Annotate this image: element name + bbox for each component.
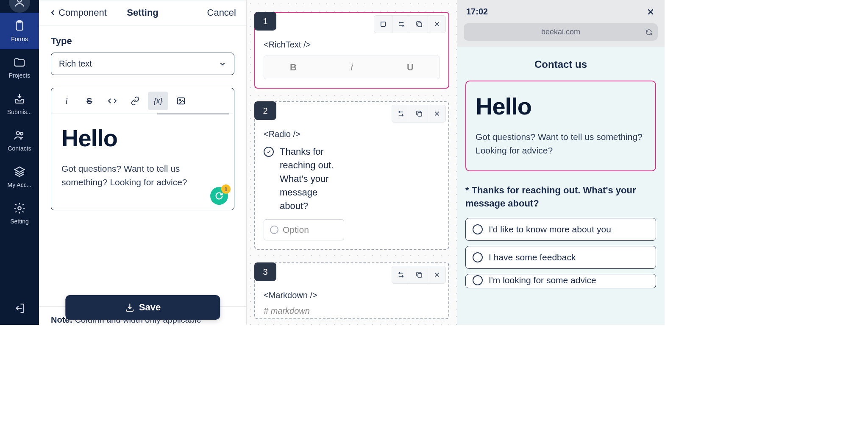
copy-icon[interactable] xyxy=(410,105,428,122)
image-tool[interactable] xyxy=(171,92,191,110)
logout-icon xyxy=(13,302,26,315)
italic-tool[interactable]: i xyxy=(56,92,77,110)
content-body: Got questions? Want to tell us something… xyxy=(61,162,224,189)
sidebar-item-projects[interactable]: Projects xyxy=(0,49,39,86)
back-label: Component xyxy=(58,7,107,18)
canvas-block-richtext[interactable]: 1 <RichText /> B i U xyxy=(254,12,449,89)
block-actions xyxy=(392,105,446,123)
block-actions xyxy=(374,15,446,33)
svg-point-5 xyxy=(18,206,21,210)
svg-rect-10 xyxy=(418,112,422,116)
move-icon[interactable] xyxy=(392,16,410,33)
folder-icon xyxy=(13,56,26,69)
preview-option[interactable]: I'd like to know more about you xyxy=(465,218,656,241)
svg-rect-8 xyxy=(381,22,386,27)
italic-indicator: i xyxy=(323,56,381,79)
strikethrough-tool[interactable]: S xyxy=(79,92,100,110)
underline-indicator: U xyxy=(381,56,440,79)
move-icon[interactable] xyxy=(392,266,410,283)
sidebar-item-label: Projects xyxy=(9,72,31,79)
sidebar-item-logout[interactable] xyxy=(0,295,39,325)
editor-content[interactable]: Hello Got questions? Want to tell us som… xyxy=(51,114,234,210)
sidebar-item-label: Contacts xyxy=(8,145,31,152)
preview-panel: 17:02 beekai.com Contact us Hello Got qu… xyxy=(457,0,665,325)
radio-circle-icon xyxy=(473,275,483,285)
svg-rect-11 xyxy=(418,273,422,277)
sidebar-item-forms[interactable]: Forms xyxy=(0,13,39,49)
svg-point-7 xyxy=(179,99,181,101)
save-label: Save xyxy=(139,302,161,313)
close-icon[interactable] xyxy=(428,105,445,122)
copy-icon[interactable] xyxy=(410,266,428,283)
option-label: I'd like to know more about you xyxy=(489,224,611,234)
sidebar-item-label: Submis... xyxy=(7,109,32,115)
sidebar-item-contacts[interactable]: Contacts xyxy=(0,122,39,159)
type-select[interactable]: Rich text xyxy=(51,53,234,75)
preview-option[interactable]: I have some feedback xyxy=(465,246,656,269)
move-icon[interactable] xyxy=(392,105,410,122)
preview-hello-heading: Hello xyxy=(476,92,646,120)
block-number: 3 xyxy=(254,262,276,281)
close-icon[interactable] xyxy=(428,266,445,283)
option-label: I have some feedback xyxy=(489,252,576,262)
svg-rect-9 xyxy=(418,23,422,27)
canvas-block-markdown[interactable]: 3 <Markdown /> # markdown xyxy=(254,262,449,319)
layers-icon xyxy=(13,165,26,178)
preview-url-bar[interactable]: beekai.com xyxy=(464,23,658,41)
users-icon xyxy=(13,129,26,142)
tab-setting[interactable]: Setting xyxy=(111,7,174,18)
block-number: 2 xyxy=(254,101,276,120)
svg-point-3 xyxy=(17,131,20,135)
download-icon xyxy=(125,302,135,312)
editor-header: Component Setting Cancel xyxy=(39,0,246,25)
save-button[interactable]: Save xyxy=(65,295,220,320)
canvas[interactable]: 1 <RichText /> B i U 2 xyxy=(247,0,457,325)
sidebar-item-submissions[interactable]: Submis... xyxy=(0,86,39,122)
link-tool[interactable] xyxy=(125,92,145,110)
grammarly-badge[interactable]: 1 xyxy=(210,187,228,205)
richtext-editor[interactable]: i S {x} Hello Got questions? Want to tel… xyxy=(51,88,234,210)
bold-indicator: B xyxy=(264,56,323,79)
gear-icon xyxy=(13,202,26,215)
radio-circle-icon xyxy=(473,252,483,262)
preview-option[interactable]: I'm looking for some advice xyxy=(465,274,656,288)
cancel-button[interactable]: Cancel xyxy=(174,7,236,18)
sidebar: Forms Projects Submis... Contacts My Acc… xyxy=(0,0,39,325)
radio-question-text: Thanks for reaching out. What's your mes… xyxy=(280,145,348,212)
variable-tool[interactable]: {x} xyxy=(148,92,168,110)
chevron-down-icon xyxy=(219,60,226,68)
option-placeholder: Option xyxy=(283,225,309,235)
code-tool[interactable] xyxy=(102,92,122,110)
close-icon[interactable] xyxy=(428,16,445,33)
copy-icon[interactable] xyxy=(410,16,428,33)
editor-toolbar: i S {x} xyxy=(51,88,234,114)
close-icon[interactable] xyxy=(646,7,655,17)
radio-circle-icon xyxy=(473,224,483,234)
block-number: 1 xyxy=(254,12,276,31)
richtext-preview-toolbar: B i U xyxy=(264,56,440,79)
square-icon[interactable] xyxy=(374,16,392,33)
sidebar-item-account[interactable]: My Acc... xyxy=(0,159,39,195)
clipboard-icon xyxy=(13,20,26,32)
preview-hello-body: Got questions? Want to tell us something… xyxy=(476,130,646,157)
sidebar-item-label: My Acc... xyxy=(8,181,32,188)
sidebar-item-label: Setting xyxy=(10,218,29,225)
block-tag: <RichText /> xyxy=(264,40,440,50)
preview-time: 17:02 xyxy=(466,7,488,17)
sidebar-item-setting[interactable]: Setting xyxy=(0,195,39,232)
preview-question: * Thanks for reaching out. What's your m… xyxy=(465,184,656,210)
canvas-block-radio[interactable]: 2 <Radio /> Thanks for reaching out. Wha… xyxy=(254,101,449,250)
grammarly-count: 1 xyxy=(221,184,231,194)
option-input[interactable]: Option xyxy=(264,219,344,240)
check-icon xyxy=(264,147,274,157)
type-label: Type xyxy=(51,36,234,47)
block-actions xyxy=(392,266,446,284)
back-button[interactable]: Component xyxy=(49,7,111,18)
svg-point-4 xyxy=(20,132,23,135)
refresh-icon[interactable] xyxy=(645,28,653,36)
svg-point-0 xyxy=(17,0,21,2)
inbox-icon xyxy=(13,92,26,105)
option-label: I'm looking for some advice xyxy=(489,275,596,285)
sidebar-item-label: Forms xyxy=(11,36,28,42)
avatar[interactable] xyxy=(9,0,30,13)
